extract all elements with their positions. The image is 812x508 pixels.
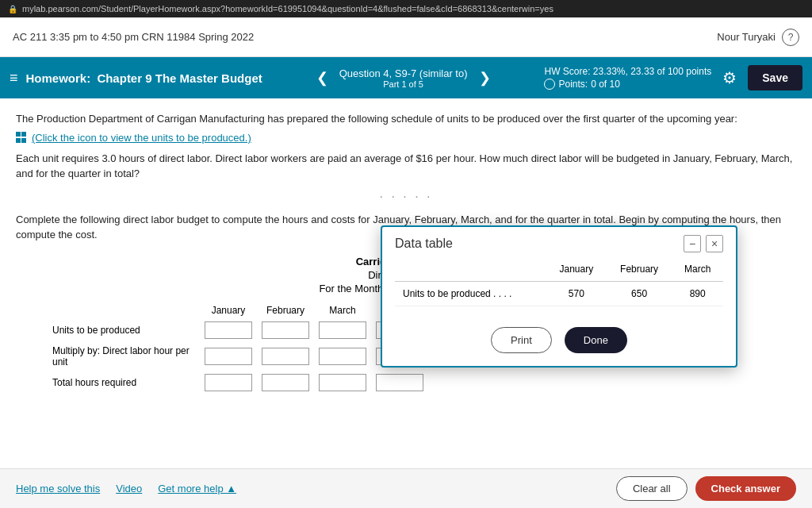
homework-title: Homework: Chapter 9 The Master Budget [26, 71, 262, 85]
click-link-text: (Click the icon to view the units to be … [32, 132, 251, 144]
dt-col-feb: February [607, 257, 672, 282]
points-value: 0 of 10 [591, 79, 620, 90]
data-table-body: January February March Units to be produ… [382, 257, 736, 319]
nav-left: ≡ Homework: Chapter 9 The Master Budget [10, 70, 262, 87]
next-question-button[interactable]: ❯ [474, 66, 496, 90]
divider-dots: · · · · · [16, 190, 796, 204]
points-info: Points: 0 of 10 [544, 79, 711, 90]
done-button[interactable]: Done [565, 327, 627, 353]
data-table-title: Data table [395, 237, 453, 251]
part-label: Part 1 of 5 [339, 79, 468, 89]
nav-bar: ≡ Homework: Chapter 9 The Master Budget … [0, 57, 812, 98]
multiply-jan-input[interactable] [205, 348, 252, 365]
hw-score-label: HW Score: [544, 66, 590, 77]
settings-gear-button[interactable]: ⚙ [722, 68, 737, 87]
units-mar-input[interactable] [319, 321, 366, 339]
data-table-close-button[interactable]: × [706, 235, 723, 252]
url-bar: 🔒 mylab.pearson.com/Student/PlayerHomewo… [0, 0, 812, 17]
nav-right: HW Score: 23.33%, 23.33 of 100 points Po… [544, 65, 802, 90]
homework-label: Homework: [26, 71, 91, 85]
budget-row-multiply: Multiply by: Direct labor hour per unit [48, 342, 428, 371]
dt-col-empty [395, 257, 546, 282]
user-section: Nour Turyaki ? [717, 29, 799, 46]
grid-icon [16, 132, 29, 144]
nav-center: ❮ Question 4, S9-7 (similar to) Part 1 o… [312, 66, 496, 90]
data-table-footer: Print Done [382, 319, 736, 366]
budget-col-feb: February [257, 302, 314, 318]
budget-row-total-label: Total hours required [48, 371, 200, 394]
dt-mar-val: 890 [672, 282, 723, 306]
dt-col-mar: March [672, 257, 723, 282]
dt-feb-val: 650 [607, 282, 672, 306]
hw-score-value: 23.33%, 23.33 of 100 points [593, 66, 711, 77]
each-unit-text: Each unit requires 3.0 hours of direct l… [16, 151, 796, 182]
units-feb-input[interactable] [262, 321, 309, 339]
dt-jan-val: 570 [546, 282, 607, 306]
budget-col-mar: March [314, 302, 371, 318]
prev-question-button[interactable]: ❮ [312, 66, 333, 90]
hamburger-icon[interactable]: ≡ [10, 70, 18, 87]
data-table-minimize-button[interactable]: − [684, 235, 701, 252]
lock-icon: 🔒 [8, 5, 17, 13]
points-label: Points: [558, 79, 588, 90]
click-link[interactable]: (Click the icon to view the units to be … [16, 132, 796, 144]
homework-title-bold: Chapter 9 The Master Budget [97, 71, 262, 85]
budget-row-total: Total hours required [48, 371, 428, 394]
budget-col-label [48, 302, 200, 318]
data-table-popup: Data table − × January February March [381, 225, 737, 368]
total-qtr-input[interactable] [376, 374, 423, 391]
username: Nour Turyaki [717, 31, 776, 43]
data-table-header-row: January February March [395, 257, 723, 282]
data-table-controls: − × [684, 235, 723, 252]
budget-header-row: January February March Quarter [48, 302, 428, 318]
question-text: The Production Department of Carrigan Ma… [16, 111, 796, 127]
hw-score: HW Score: 23.33%, 23.33 of 100 points [544, 66, 711, 77]
top-header: AC 211 3:35 pm to 4:50 pm CRN 11984 Spri… [0, 17, 812, 57]
total-jan-input[interactable] [205, 374, 252, 391]
course-info: AC 211 3:35 pm to 4:50 pm CRN 11984 Spri… [13, 31, 254, 43]
multiply-mar-input[interactable] [319, 348, 366, 365]
main-content: The Production Department of Carrigan Ma… [0, 98, 812, 407]
budget-row-units: Units to be produced [48, 318, 428, 342]
budget-row-units-label: Units to be produced [48, 318, 200, 342]
budget-col-jan: January [200, 302, 257, 318]
help-icon-btn[interactable]: ? [782, 29, 799, 46]
total-mar-input[interactable] [319, 374, 366, 391]
data-table-inner: January February March Units to be produ… [395, 257, 723, 306]
url-text: mylab.pearson.com/Student/PlayerHomework… [22, 4, 553, 13]
budget-row-multiply-label: Multiply by: Direct labor hour per unit [48, 342, 200, 371]
budget-table: January February March Quarter Units to … [48, 302, 428, 394]
save-button[interactable]: Save [748, 65, 802, 90]
print-button[interactable]: Print [491, 327, 552, 353]
dt-col-jan: January [546, 257, 607, 282]
question-label: Question 4, S9-7 (similar to) [339, 67, 468, 79]
data-table-header: Data table − × [382, 227, 736, 257]
points-circle-icon [544, 79, 555, 90]
dt-row-units: Units to be produced . . . . 570 650 890 [395, 282, 723, 306]
question-info: Question 4, S9-7 (similar to) Part 1 of … [339, 67, 468, 89]
score-info: HW Score: 23.33%, 23.33 of 100 points Po… [544, 66, 711, 90]
total-feb-input[interactable] [262, 374, 309, 391]
dt-row-label: Units to be produced . . . . [395, 282, 546, 306]
units-jan-input[interactable] [205, 321, 252, 339]
multiply-feb-input[interactable] [262, 348, 309, 365]
